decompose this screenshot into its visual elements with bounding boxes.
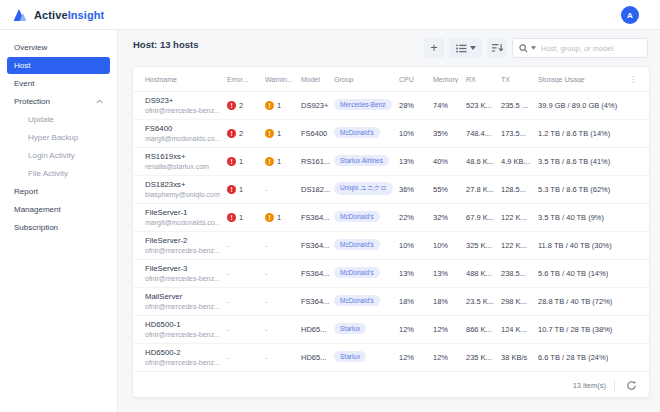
sidebar-item-label: Report [14,187,38,196]
column-group[interactable]: Group [334,76,399,83]
cpu-value: 28% [399,101,433,110]
error-icon: ! [227,101,236,110]
table-row[interactable]: MailServerofnir@mercedes-benz... - - FS3… [133,288,649,316]
host-name: FileServer-2 [145,236,227,246]
memory-value: 40% [433,157,466,166]
tx-value: 173.5... [501,129,538,138]
sidebar-item-overview[interactable]: Overview [7,39,110,56]
add-host-button[interactable]: + [424,38,444,58]
brand-logo[interactable]: ActiveInsight [13,0,104,29]
warning-badge: !1 [265,101,281,110]
search-box [512,38,648,58]
error-badge: !1 [227,185,243,194]
refresh-button[interactable] [623,377,639,393]
search-input[interactable] [539,43,641,54]
column-options-icon[interactable]: ⋮ [625,75,637,84]
error-empty: - [227,269,230,278]
table-row[interactable]: FS6400margit@mcdonalds.co... !2 !1 FS640… [133,120,649,148]
footer-divider [614,379,615,391]
warning-count: 1 [277,101,281,110]
table-row[interactable]: RS1619xs+renalla@starlux.com !1 !1 RS161… [133,148,649,176]
sidebar-item-update[interactable]: Update [7,111,110,128]
memory-value: 13% [433,269,466,278]
host-model: HD65... [301,353,334,362]
host-owner: ofnir@mercedes-benz... [145,302,227,311]
error-empty: - [227,241,230,250]
table-row[interactable]: FileServer-2ofnir@mercedes-benz... - - F… [133,232,649,260]
brand-name-insight: Insight [68,9,105,21]
rx-value: 866 K... [466,325,501,334]
tx-value: 4.9 KB... [501,157,538,166]
sidebar-item-report[interactable]: Report [7,183,110,200]
table-footer: 13 item(s) [133,372,649,398]
column-rx[interactable]: RX [466,76,501,83]
sidebar-item-subscription[interactable]: Subscription [7,219,110,236]
group-tag: McDonald's [334,239,380,250]
sidebar-item-hyper-backup[interactable]: Hyper Backup [7,129,110,146]
error-icon: ! [227,129,236,138]
table-row[interactable]: FileServer-3ofnir@mercedes-benz... - - F… [133,260,649,288]
rx-value: 23.5 K... [466,297,501,306]
error-count: 2 [239,129,243,138]
sidebar-item-management[interactable]: Management [7,201,110,218]
search-icon[interactable] [519,44,528,53]
host-model: DS182... [301,185,334,194]
column-hostname[interactable]: Hostname [145,76,227,83]
group-tag: McDonald's [334,127,380,138]
warning-empty: - [265,269,268,278]
column-warning[interactable]: Warnin... [265,76,301,83]
toolbar: + [424,38,648,58]
host-model: FS364... [301,213,334,222]
cpu-value: 13% [399,157,433,166]
search-scope-caret-icon[interactable] [531,46,536,50]
group-tag: McDonald's [334,267,380,278]
rx-value: 748.4... [466,129,501,138]
error-count: 2 [239,101,243,110]
table-row[interactable]: HD6500-2ofnir@mercedes-benz... - - HD65.… [133,344,649,372]
sidebar-item-label: Subscription [14,223,58,232]
host-name: HD6500-1 [145,320,227,330]
table-row[interactable]: DS1823xs+blasphemy@uniqlo.com !1 - DS182… [133,176,649,204]
sidebar-item-host[interactable]: Host [7,57,110,74]
host-name: RS1619xs+ [145,152,227,162]
host-model: DS923+ [301,101,334,110]
cpu-value: 18% [399,297,433,306]
item-count: 13 item(s) [573,381,606,390]
storage-value: 5.6 TB / 40 TB (14%) [538,269,625,278]
storage-value: 3.5 TB / 40 TB (9%) [538,213,625,222]
error-badge: !1 [227,157,243,166]
tx-value: 298 K... [501,297,538,306]
host-name: DS1823xs+ [145,180,227,190]
host-owner: ofnir@mercedes-benz... [145,274,227,283]
sidebar-item-file-activity[interactable]: File Activity [7,165,110,182]
table-row[interactable]: HD6500-1ofnir@mercedes-benz... - - HD65.… [133,316,649,344]
warning-count: 1 [277,129,281,138]
warning-icon: ! [265,157,274,166]
table-row[interactable]: FileServer-1margit@mcdonalds.co... !1 !1… [133,204,649,232]
column-tx[interactable]: TX [501,76,538,83]
sidebar-item-label: Login Activity [28,151,75,160]
column-memory[interactable]: Memory [433,76,466,83]
cpu-value: 13% [399,269,433,278]
warning-empty: - [265,241,268,250]
column-cpu[interactable]: CPU [399,76,433,83]
sidebar-item-login-activity[interactable]: Login Activity [7,147,110,164]
chevron-up-icon [96,99,103,104]
column-storage[interactable]: Storage Usage [538,76,625,83]
table-row[interactable]: DS923+ofnir@mercedes-benz... !2 !1 DS923… [133,92,649,120]
list-view-icon [456,44,467,53]
view-mode-button[interactable] [449,38,482,58]
column-model[interactable]: Model [301,76,334,83]
sort-icon [492,43,503,53]
column-error[interactable]: Error... [227,76,265,83]
memory-value: 10% [433,241,466,250]
sidebar-item-protection[interactable]: Protection [7,93,110,110]
host-model: FS364... [301,297,334,306]
refresh-icon [626,380,637,391]
error-count: 1 [239,185,243,194]
sort-button[interactable] [487,38,507,58]
sidebar-item-event[interactable]: Event [7,75,110,92]
user-avatar[interactable]: A [621,6,639,24]
top-bar: ActiveInsight A [0,0,660,30]
error-badge: !2 [227,101,243,110]
